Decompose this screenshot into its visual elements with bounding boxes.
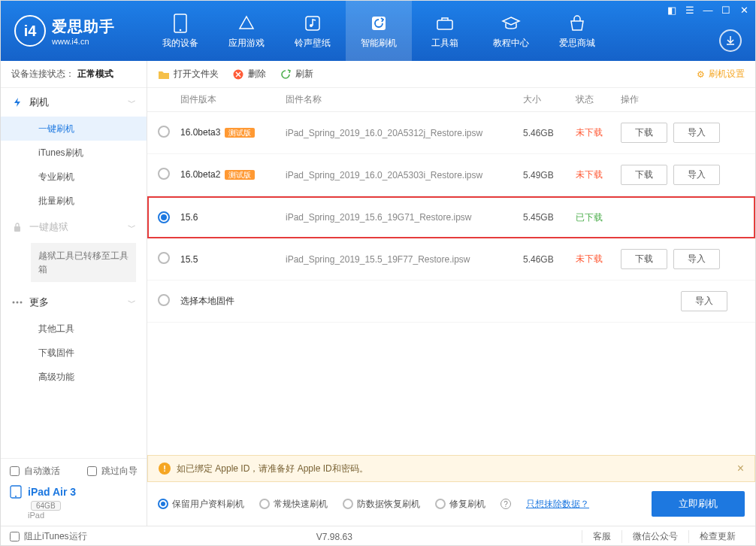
row-operations: 导入 (621, 291, 745, 311)
device-capacity: 64GB (31, 501, 61, 511)
chevron-down-icon: ﹀ (128, 222, 136, 233)
svg-point-7 (13, 302, 15, 304)
nav-ringtones[interactable]: 铃声壁纸 (280, 1, 346, 61)
footer: 阻止iTunes运行 V7.98.63 客服 微信公众号 检查更新 (1, 526, 755, 546)
opt-normal[interactable]: 常规快速刷机 (259, 498, 328, 511)
minimize-button[interactable]: — (701, 4, 715, 16)
lock-icon (11, 221, 23, 233)
skip-wizard-checkbox[interactable] (87, 466, 97, 476)
import-button[interactable]: 导入 (673, 165, 720, 185)
skin-button[interactable]: ◧ (665, 4, 679, 16)
erase-data-link[interactable]: 只想抹除数据？ (526, 498, 589, 511)
firmware-row[interactable]: 15.6 iPad_Spring_2019_15.6_19G71_Restore… (147, 196, 755, 238)
local-firmware-row[interactable]: 选择本地固件 导入 (147, 281, 755, 323)
nav-flash[interactable]: 智能刷机 (346, 1, 412, 61)
sidebar: 设备连接状态： 正常模式 刷机 ﹀ 一键刷机 iTunes刷机 专业刷机 批量刷… (1, 61, 147, 526)
opt-anti-recovery[interactable]: 防数据恢复刷机 (343, 498, 420, 511)
row-radio[interactable] (158, 252, 170, 264)
firmware-size: 5.46GB (523, 128, 576, 138)
firmware-status: 未下载 (576, 253, 621, 265)
nav-toolbox[interactable]: 工具箱 (412, 1, 478, 61)
version-text: 15.6 (180, 212, 198, 223)
warning-icon: ! (159, 463, 171, 475)
opt-keep-data[interactable]: 保留用户资料刷机 (158, 498, 244, 511)
footer-update[interactable]: 检查更新 (688, 530, 746, 543)
col-ops: 操作 (621, 93, 745, 106)
opt-repair[interactable]: 修复刷机 (435, 498, 485, 511)
firmware-name: iPad_Spring_2019_16.0_20A5303i_Restore.i… (286, 170, 523, 180)
nav-label: 工具箱 (431, 37, 458, 50)
import-button[interactable]: 导入 (681, 291, 727, 311)
footer-support[interactable]: 客服 (582, 530, 621, 543)
menu-button[interactable]: ☰ (683, 4, 697, 16)
row-radio[interactable] (158, 294, 170, 306)
device-info[interactable]: iPad Air 3 (10, 481, 138, 500)
beta-tag: 测试版 (225, 170, 255, 180)
flash-now-button[interactable]: 立即刷机 (652, 491, 745, 517)
download-button[interactable]: 下载 (621, 165, 667, 185)
radio-icon (343, 499, 353, 509)
firmware-row[interactable]: 16.0beta3测试版 iPad_Spring_2019_16.0_20A53… (147, 112, 755, 154)
sidebar-bottom: 自动激活 跳过向导 iPad Air 3 64GB iPad (1, 458, 147, 526)
sidebar-item-download[interactable]: 下载固件 (1, 341, 147, 365)
row-radio[interactable] (158, 211, 170, 223)
row-operations: 下载 导入 (621, 165, 745, 185)
refresh-button[interactable]: 刷新 (280, 68, 313, 80)
app-version: V7.98.63 (316, 532, 352, 542)
delete-button[interactable]: 删除 (232, 68, 266, 80)
download-icon (725, 35, 736, 46)
row-radio[interactable] (158, 168, 170, 180)
refresh-icon (280, 68, 292, 80)
sidebar-item-itunes[interactable]: iTunes刷机 (1, 141, 147, 165)
nav-tutorials[interactable]: 教程中心 (478, 1, 544, 61)
version-text: 16.0beta3 (180, 127, 220, 138)
maximize-button[interactable]: ☐ (719, 4, 733, 16)
import-button[interactable]: 导入 (673, 249, 720, 269)
nav-store[interactable]: 爱思商城 (544, 1, 610, 61)
jailbreak-note: 越狱工具已转移至工具箱 (31, 243, 136, 282)
col-size: 大小 (523, 93, 576, 106)
firmware-name: iPad_Spring_2019_16.0_20A5312j_Restore.i… (286, 128, 523, 138)
sidebar-item-batch[interactable]: 批量刷机 (1, 189, 147, 213)
open-folder-button[interactable]: 打开文件夹 (158, 68, 219, 80)
firmware-row[interactable]: 16.0beta2测试版 iPad_Spring_2019_16.0_20A53… (147, 154, 755, 196)
download-button[interactable]: 下载 (621, 123, 667, 143)
alert-close-button[interactable]: × (737, 462, 744, 475)
firmware-status: 已下载 (576, 211, 621, 224)
flash-settings-button[interactable]: ⚙ 刷机设置 (697, 68, 745, 80)
row-operations: 下载 导入 (621, 249, 745, 269)
radio-icon (158, 499, 168, 509)
footer-wechat[interactable]: 微信公众号 (621, 530, 688, 543)
help-icon[interactable]: ? (500, 499, 511, 509)
chevron-down-icon: ﹀ (128, 297, 136, 308)
toolbar: 打开文件夹 删除 刷新 ⚙ 刷机设置 (147, 61, 755, 88)
nav-my-device[interactable]: 我的设备 (147, 1, 213, 61)
svg-rect-4 (372, 17, 386, 30)
sidebar-item-advanced[interactable]: 高级功能 (1, 365, 147, 389)
firmware-size: 5.45GB (523, 212, 576, 223)
sidebar-group-jailbreak[interactable]: 一键越狱 ﹀ (1, 213, 147, 241)
sidebar-item-other[interactable]: 其他工具 (1, 317, 147, 341)
auto-activate-checkbox[interactable] (10, 466, 20, 476)
nav-label: 教程中心 (493, 37, 529, 50)
flash-icon (11, 96, 23, 108)
downloads-button[interactable] (719, 29, 742, 52)
sidebar-item-oneclick[interactable]: 一键刷机 (1, 117, 147, 141)
import-button[interactable]: 导入 (673, 123, 720, 143)
nav-apps[interactable]: 应用游戏 (213, 1, 280, 61)
music-icon (302, 13, 323, 34)
svg-rect-6 (14, 226, 20, 232)
refresh-icon (368, 13, 389, 34)
download-button[interactable]: 下载 (621, 249, 667, 269)
sidebar-group-flash[interactable]: 刷机 ﹀ (1, 88, 147, 117)
block-itunes-checkbox[interactable] (10, 532, 20, 541)
sidebar-item-pro[interactable]: 专业刷机 (1, 165, 147, 189)
close-button[interactable]: ✕ (737, 4, 751, 16)
ipad-icon (10, 485, 22, 499)
firmware-table: 16.0beta3测试版 iPad_Spring_2019_16.0_20A53… (147, 112, 755, 455)
sidebar-group-more[interactable]: 更多 ﹀ (1, 288, 147, 317)
row-radio[interactable] (158, 126, 170, 138)
firmware-row[interactable]: 15.5 iPad_Spring_2019_15.5_19F77_Restore… (147, 238, 755, 281)
device-icon (170, 13, 191, 34)
nav-label: 我的设备 (162, 37, 198, 50)
